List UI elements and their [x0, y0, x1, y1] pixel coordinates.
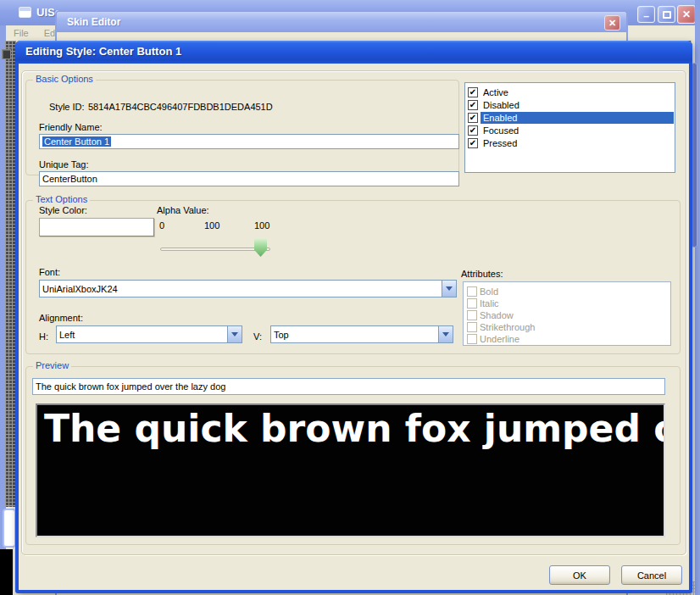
- maximize-icon: [663, 11, 671, 19]
- v-alignment-combobox[interactable]: Top: [270, 325, 453, 343]
- attr-row-bold: Bold: [465, 286, 669, 298]
- minimize-button[interactable]: –: [637, 6, 655, 23]
- skin-editor-title: Skin Editor: [67, 16, 120, 28]
- style-id-label: Style ID:: [49, 102, 85, 112]
- attr-row-underline: Underline: [465, 333, 669, 345]
- attr-row-strikethrough: Strikethrough: [465, 321, 669, 333]
- friendly-name-selected-text: Center Button 1: [42, 136, 111, 147]
- font-label: Font:: [39, 267, 60, 277]
- maximize-button[interactable]: [658, 6, 675, 23]
- app-window-icon: [19, 7, 31, 18]
- ok-button-label: OK: [573, 570, 586, 581]
- h-alignment-value: Left: [57, 326, 227, 342]
- state-label: Disabled: [481, 99, 674, 111]
- checkbox-unchecked-icon: [467, 298, 477, 309]
- font-value: UniArialXboxJK24: [40, 281, 442, 297]
- canvas-fragment: [0, 549, 13, 595]
- alpha-max-label: 100: [204, 220, 219, 231]
- dialog-content: Basic Options Style ID: 5814A17B4CBC4964…: [19, 64, 689, 590]
- state-label: Active: [481, 86, 674, 98]
- preview-legend: Preview: [33, 360, 71, 370]
- cancel-button-label: Cancel: [637, 570, 666, 581]
- scrollbar-vertical[interactable]: [692, 63, 697, 247]
- states-checklist: ✔ Active ✔ Disabled ✔ Enabled ✔ Focused …: [464, 82, 675, 173]
- state-row-focused[interactable]: ✔ Focused: [466, 124, 674, 136]
- unique-tag-input[interactable]: [39, 171, 459, 186]
- h-label: H:: [39, 331, 48, 342]
- font-preview-text: The quick brown fox jumped over the lazy…: [44, 407, 665, 450]
- v-alignment-value: Top: [271, 326, 438, 342]
- checkbox-unchecked-icon: [467, 322, 477, 332]
- state-row-disabled[interactable]: ✔ Disabled: [466, 98, 674, 111]
- dialog-titlebar[interactable]: Editing Style: Center Button 1: [15, 41, 692, 64]
- alignment-label: Alignment:: [39, 313, 83, 323]
- preview-input-wrap: [32, 378, 665, 395]
- skin-editor-close-button[interactable]: ✕: [604, 15, 620, 31]
- checkbox-checked-icon[interactable]: ✔: [468, 138, 478, 148]
- preview-text-input[interactable]: [32, 378, 665, 395]
- alpha-slider-track[interactable]: [160, 247, 270, 251]
- dialog-title: Editing Style: Center Button 1: [25, 45, 181, 58]
- minimize-icon: –: [643, 13, 649, 19]
- editing-style-dialog: Editing Style: Center Button 1 Basic Opt…: [15, 41, 692, 593]
- skin-editor-titlebar: [57, 12, 626, 32]
- close-icon: ✕: [608, 18, 616, 29]
- attr-label: Bold: [480, 286, 498, 297]
- close-icon: ✕: [682, 8, 691, 20]
- checkbox-checked-icon[interactable]: ✔: [468, 125, 478, 136]
- h-alignment-combobox[interactable]: Left: [56, 325, 242, 343]
- friendly-name-label: Friendly Name:: [39, 122, 103, 132]
- state-label: Enabled: [481, 112, 674, 124]
- friendly-name-input[interactable]: Center Button 1: [39, 134, 459, 149]
- attributes-box: Bold Italic Shadow Strikethrough Underli…: [463, 281, 671, 346]
- menu-file[interactable]: File: [6, 26, 36, 40]
- h-alignment-dropdown-button[interactable]: [227, 326, 242, 342]
- state-row-enabled-selected[interactable]: ✔ Enabled: [466, 111, 674, 124]
- ok-button[interactable]: OK: [549, 565, 610, 585]
- checkbox-unchecked-icon: [467, 286, 477, 297]
- attr-row-shadow: Shadow: [465, 309, 669, 321]
- checkbox-checked-icon[interactable]: ✔: [468, 113, 478, 123]
- font-dropdown-button[interactable]: [442, 281, 456, 297]
- basic-options-legend: Basic Options: [33, 74, 96, 84]
- style-color-swatch[interactable]: [39, 218, 154, 236]
- cancel-button[interactable]: Cancel: [621, 565, 682, 585]
- font-combobox[interactable]: UniArialXboxJK24: [39, 280, 457, 298]
- attr-row-italic: Italic: [465, 298, 669, 309]
- screen: UIScen – ✕ File Edit F : Skin Editor ✕ E…: [0, 0, 700, 595]
- checkbox-checked-icon[interactable]: ✔: [468, 100, 478, 110]
- checkbox-unchecked-icon: [467, 334, 477, 344]
- state-row-active[interactable]: ✔ Active: [466, 86, 674, 98]
- style-color-label: Style Color:: [39, 205, 87, 215]
- alpha-value-label: Alpha Value:: [157, 205, 209, 215]
- main-close-button[interactable]: ✕: [677, 5, 696, 24]
- chevron-down-icon: [442, 332, 449, 336]
- checkbox-checked-icon[interactable]: ✔: [468, 87, 478, 97]
- checkbox-unchecked-icon: [467, 310, 477, 320]
- palette-icon: [2, 49, 11, 59]
- text-options-legend: Text Options: [33, 194, 90, 204]
- state-label: Pressed: [481, 137, 674, 149]
- font-preview-canvas: The quick brown fox jumped over the lazy…: [36, 403, 665, 537]
- unique-tag-field-wrap: [39, 171, 459, 186]
- attr-label: Underline: [480, 334, 519, 344]
- state-row-pressed[interactable]: ✔ Pressed: [466, 136, 674, 149]
- v-alignment-dropdown-button[interactable]: [438, 326, 453, 342]
- attr-label: Shadow: [480, 310, 514, 320]
- attributes-label: Attributes:: [461, 269, 503, 279]
- style-id-value: 5814A17B4CBC496407FDBDB1DEDA451D: [88, 102, 273, 112]
- v-label: V:: [253, 331, 262, 342]
- unique-tag-label: Unique Tag:: [39, 159, 89, 170]
- chevron-down-icon: [231, 332, 238, 336]
- alpha-min-label: 0: [159, 220, 164, 231]
- state-label: Focused: [481, 125, 674, 136]
- alpha-current-label: 100: [254, 220, 269, 231]
- chevron-down-icon: [446, 286, 453, 291]
- attr-label: Strikethrough: [480, 322, 535, 332]
- scroll-thumb[interactable]: [3, 509, 16, 548]
- attr-label: Italic: [480, 298, 499, 309]
